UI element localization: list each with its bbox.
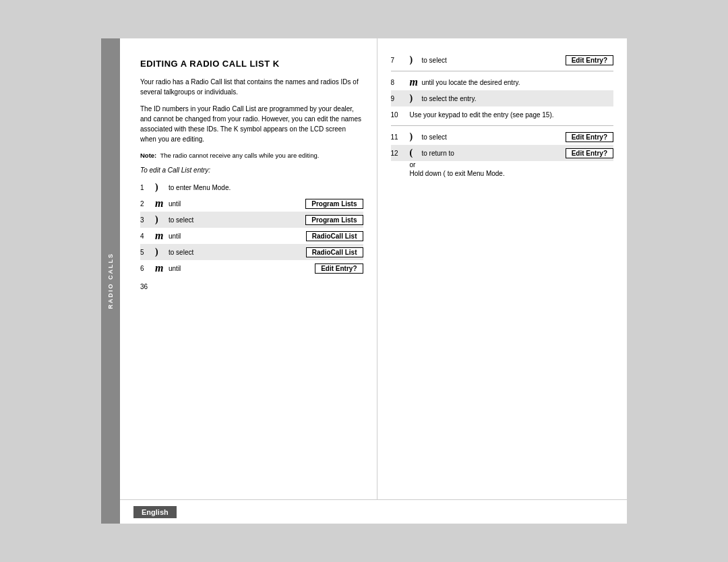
step-5-num: 5 bbox=[140, 249, 155, 256]
step-1-icon: ) bbox=[155, 182, 169, 193]
r-step-12-num: 12 bbox=[391, 150, 410, 157]
step-4-icon: m bbox=[155, 230, 169, 242]
steps-list: 1 ) to enter Menu Mode. 2 m until Progra… bbox=[140, 179, 363, 276]
r-step-12-btn: Edit Entry? bbox=[566, 148, 613, 158]
side-tab: Radio Calls bbox=[101, 38, 120, 524]
step-3: 3 ) to select Program Lists bbox=[140, 212, 363, 228]
bottom-bar: English bbox=[120, 499, 627, 524]
r-step-12-icon: ( bbox=[410, 148, 422, 158]
r-step-11-num: 11 bbox=[391, 133, 410, 141]
divider-2 bbox=[391, 125, 614, 126]
right-column: 7 ) to select Edit Entry? 8 m until you … bbox=[377, 38, 628, 499]
step-4-num: 4 bbox=[140, 232, 155, 240]
r-step-7-num: 7 bbox=[391, 57, 410, 64]
english-badge: English bbox=[133, 506, 177, 518]
step-5-desc: to select bbox=[169, 249, 306, 256]
step-4: 4 m until RadioCall List bbox=[140, 228, 363, 244]
step-4-btn: RadioCall List bbox=[306, 231, 363, 241]
r-step-9-num: 9 bbox=[391, 95, 410, 102]
step-3-num: 3 bbox=[140, 216, 155, 224]
step-6-num: 6 bbox=[140, 265, 155, 272]
r-step-9-icon: ) bbox=[410, 93, 422, 104]
step-2-icon: m bbox=[155, 197, 169, 210]
two-column-layout: EDITING A RADIO CALL LIST K Your radio h… bbox=[120, 38, 627, 499]
r-step-11: 11 ) to select Edit Entry? bbox=[391, 129, 614, 145]
note: Note: The radio cannot receive any calls… bbox=[140, 151, 363, 160]
note-body: The radio cannot receive any calls while… bbox=[160, 152, 319, 159]
page-number: 36 bbox=[140, 283, 363, 290]
r-step-10-desc: Use your keypad to edit the entry (see p… bbox=[410, 111, 614, 119]
r-step-8-icon: m bbox=[410, 76, 422, 88]
r-step-9: 9 ) to select the entry. bbox=[391, 90, 614, 106]
r-step-7-btn: Edit Entry? bbox=[566, 55, 613, 65]
divider-1 bbox=[391, 71, 614, 71]
r-step-8-num: 8 bbox=[391, 79, 410, 86]
side-tab-label: Radio Calls bbox=[107, 253, 114, 309]
step-2-btn: Program Lists bbox=[305, 199, 363, 209]
to-edit-label: To edit a Call List entry: bbox=[140, 166, 363, 174]
step-3-btn: Program Lists bbox=[305, 215, 363, 225]
hold-down-text: Hold down ( to exit Menu Mode. bbox=[391, 170, 614, 177]
step-2-desc: until bbox=[169, 200, 305, 208]
step-4-desc: until bbox=[169, 232, 306, 240]
step-2: 2 m until Program Lists bbox=[140, 195, 363, 212]
r-step-11-btn: Edit Entry? bbox=[566, 132, 613, 142]
page: Radio Calls EDITING A RADIO CALL LIST K … bbox=[101, 38, 627, 524]
step-5: 5 ) to select RadioCall List bbox=[140, 244, 363, 260]
r-step-8-desc: until you locate the desired entry. bbox=[422, 79, 614, 86]
step-5-icon: ) bbox=[155, 247, 169, 257]
r-step-12: 12 ( to return to Edit Entry? bbox=[391, 145, 614, 161]
left-column: EDITING A RADIO CALL LIST K Your radio h… bbox=[120, 38, 377, 499]
step-6-btn: Edit Entry? bbox=[315, 263, 363, 274]
step-5-btn: RadioCall List bbox=[306, 247, 363, 257]
note-label: Note: bbox=[140, 152, 156, 159]
step-1: 1 ) to enter Menu Mode. bbox=[140, 179, 363, 195]
r-step-7: 7 ) to select Edit Entry? bbox=[391, 52, 614, 68]
r-step-8: 8 m until you locate the desired entry. bbox=[391, 74, 614, 90]
r-step-7-icon: ) bbox=[410, 55, 422, 65]
paragraph-1: Your radio has a Radio Call list that co… bbox=[140, 77, 363, 97]
r-step-7-desc: to select bbox=[422, 57, 566, 64]
r-step-11-desc: to select bbox=[422, 133, 566, 141]
step-3-desc: to select bbox=[169, 216, 305, 224]
step-1-desc: to enter Menu Mode. bbox=[169, 184, 363, 191]
step-6-icon: m bbox=[155, 262, 169, 274]
section-title: EDITING A RADIO CALL LIST K bbox=[140, 59, 363, 69]
paragraph-2: The ID numbers in your Radio Call List a… bbox=[140, 104, 363, 144]
main-content: EDITING A RADIO CALL LIST K Your radio h… bbox=[120, 38, 627, 524]
step-1-num: 1 bbox=[140, 184, 155, 191]
r-step-10: 10 Use your keypad to edit the entry (se… bbox=[391, 106, 614, 123]
step-3-icon: ) bbox=[155, 214, 169, 225]
r-step-11-icon: ) bbox=[410, 131, 422, 142]
step-6: 6 m until Edit Entry? bbox=[140, 260, 363, 276]
step-2-num: 2 bbox=[140, 200, 155, 208]
r-step-12-desc: to return to bbox=[422, 150, 566, 157]
or-text: or bbox=[391, 161, 614, 168]
r-step-9-desc: to select the entry. bbox=[422, 95, 614, 102]
r-step-10-num: 10 bbox=[391, 111, 410, 119]
step-6-desc: until bbox=[169, 265, 315, 272]
